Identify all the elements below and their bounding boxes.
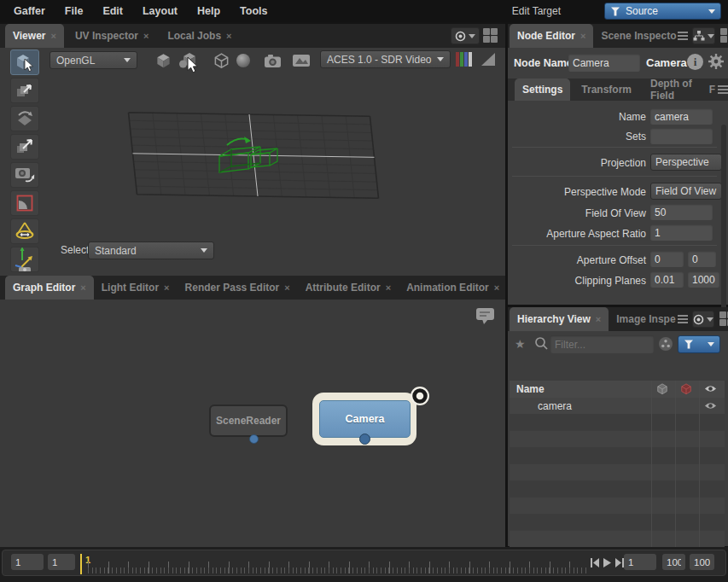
subtab-depth-of-field[interactable]: Depth of Field	[643, 79, 702, 101]
aperture-offset-y-input[interactable]	[688, 251, 716, 267]
timeline-current-frame-input[interactable]	[48, 554, 75, 570]
hierarchy-pin-target-button[interactable]	[692, 311, 714, 328]
bookmark-star-icon[interactable]: ★	[515, 337, 526, 351]
skip-to-start-icon[interactable]	[590, 557, 600, 568]
node-editor-scrollbar[interactable]	[721, 125, 726, 329]
camera-tool-button[interactable]	[10, 162, 39, 188]
annotation-bubble-icon[interactable]	[475, 306, 497, 327]
tab-light-editor[interactable]: Light Editor×	[94, 276, 178, 300]
sets-input[interactable]	[650, 128, 713, 144]
info-icon[interactable]: i	[687, 54, 703, 70]
projection-dropdown[interactable]: Perspective	[650, 154, 722, 171]
close-icon[interactable]: ×	[164, 282, 169, 293]
column-inclusions-cube-icon[interactable]	[656, 383, 668, 395]
menu-layout[interactable]: Layout	[143, 5, 178, 17]
camera-settings-button[interactable]	[261, 50, 283, 71]
translate-tool-button[interactable]	[10, 78, 39, 103]
close-icon[interactable]: ×	[494, 282, 499, 293]
subtab-overflow-menu-icon[interactable]	[718, 79, 728, 101]
close-icon[interactable]: ×	[386, 282, 391, 293]
tab-animation-editor[interactable]: Animation Editor×	[399, 276, 507, 300]
menu-gaffer[interactable]: Gaffer	[14, 5, 45, 17]
column-visibility-eye-icon[interactable]	[704, 384, 717, 393]
playhead-marker[interactable]	[80, 554, 82, 574]
subtab-transform[interactable]: Transform	[574, 79, 639, 101]
aperture-offset-x-input[interactable]	[650, 251, 684, 267]
viewport[interactable]: OpenGL AC	[0, 48, 505, 276]
tab-node-editor[interactable]: Node Editor×	[510, 24, 593, 48]
renderer-dropdown[interactable]: OpenGL	[50, 51, 137, 69]
menu-help[interactable]: Help	[197, 5, 220, 17]
tab-viewer[interactable]: Viewer×	[5, 24, 64, 48]
filter-input[interactable]	[550, 335, 654, 353]
close-icon[interactable]: ×	[580, 31, 585, 41]
node-name-input[interactable]	[568, 54, 640, 72]
close-icon[interactable]: ×	[284, 282, 289, 293]
hierarchy-filter-dropdown[interactable]	[678, 335, 720, 353]
tab-render-pass-editor[interactable]: Render Pass Editor×	[178, 276, 298, 300]
field-of-view-input[interactable]	[650, 204, 713, 220]
tab-graph-editor[interactable]: Graph Editor×	[5, 276, 94, 300]
menu-file[interactable]: File	[65, 5, 84, 17]
render-pass-button[interactable]	[290, 50, 312, 71]
perspective-mode-dropdown[interactable]: Field Of View	[650, 183, 722, 200]
layout-grid-icon[interactable]	[483, 28, 498, 43]
column-exclusions-cube-icon[interactable]	[680, 383, 692, 395]
crop-window-tool-button[interactable]	[10, 190, 39, 216]
channel-select-button[interactable]	[456, 51, 473, 67]
aperture-aspect-ratio-input[interactable]	[650, 224, 713, 241]
play-icon[interactable]	[603, 557, 612, 568]
clipping-planes-near-input[interactable]	[650, 271, 684, 288]
node-scenereader[interactable]: SceneReader	[209, 404, 288, 437]
scenereader-output-plug[interactable]	[249, 434, 259, 444]
tab-uv-inspector[interactable]: UV Inspector×	[67, 24, 156, 48]
expand-collapse-icon[interactable]	[658, 336, 673, 352]
menu-edit[interactable]: Edit	[102, 5, 123, 17]
close-icon[interactable]: ×	[226, 31, 231, 41]
subtab-truncated[interactable]: F	[708, 79, 716, 101]
menu-tools[interactable]: Tools	[240, 5, 267, 17]
wireframe-mode-button[interactable]	[210, 50, 232, 71]
timeline-ruler-minor-ticks[interactable]	[88, 567, 588, 573]
light-position-tool-button[interactable]	[10, 247, 39, 272]
tab-hierarchy-view[interactable]: Hierarchy View×	[510, 307, 609, 331]
rotate-tool-button[interactable]	[10, 106, 39, 131]
name-input[interactable]	[650, 108, 713, 125]
exposure-gamma-button[interactable]	[480, 52, 496, 67]
light-tool-button[interactable]	[10, 218, 39, 244]
layout-grid-icon[interactable]	[720, 28, 728, 48]
display-transform-dropdown[interactable]: ACES 1.0 - SDR Video	[320, 50, 451, 68]
subtab-settings[interactable]: Settings	[515, 79, 570, 101]
graph-canvas[interactable]: SceneReader Camera	[0, 300, 505, 547]
node-camera[interactable]: Camera	[319, 400, 411, 438]
visible-eye-icon[interactable]	[704, 401, 717, 410]
close-icon[interactable]: ×	[80, 282, 85, 293]
close-icon[interactable]: ×	[596, 314, 601, 324]
shaded-mode-button[interactable]	[152, 50, 174, 71]
camera-output-plug[interactable]	[359, 434, 370, 445]
lighting-mode-button[interactable]	[232, 50, 254, 71]
viewer-pin-target-button[interactable]	[451, 27, 480, 44]
timeline-max-frame-input[interactable]	[690, 554, 714, 570]
timeline-start-frame-input[interactable]	[11, 554, 44, 570]
timeline-end-frame-input[interactable]	[662, 554, 685, 570]
tab-attribute-editor[interactable]: Attribute Editor×	[298, 276, 399, 300]
tab-overflow-menu-icon[interactable]	[678, 307, 688, 331]
node-editor-mode-button[interactable]	[692, 27, 715, 44]
layout-grid-icon[interactable]	[719, 311, 728, 331]
edit-target-dropdown[interactable]: Source	[604, 3, 721, 20]
tab-scene-inspector-truncated[interactable]: Scene Inspecto	[593, 24, 678, 48]
close-icon[interactable]: ×	[50, 31, 55, 41]
gear-icon[interactable]	[708, 53, 725, 70]
select-mode-dropdown[interactable]: Standard	[88, 242, 214, 259]
close-icon[interactable]: ×	[143, 31, 149, 41]
hierarchy-row-camera[interactable]: camera	[510, 398, 725, 414]
clipping-planes-far-input[interactable]	[688, 271, 719, 288]
tab-overflow-menu-icon[interactable]	[678, 24, 688, 48]
tab-image-inspector-truncated[interactable]: Image Inspe	[609, 307, 677, 331]
select-tool-button[interactable]	[10, 49, 39, 75]
focus-node-indicator[interactable]	[410, 386, 430, 406]
timeline-frame-input[interactable]	[624, 554, 656, 570]
scale-tool-button[interactable]	[10, 134, 39, 160]
tab-local-jobs[interactable]: Local Jobs×	[160, 24, 239, 48]
